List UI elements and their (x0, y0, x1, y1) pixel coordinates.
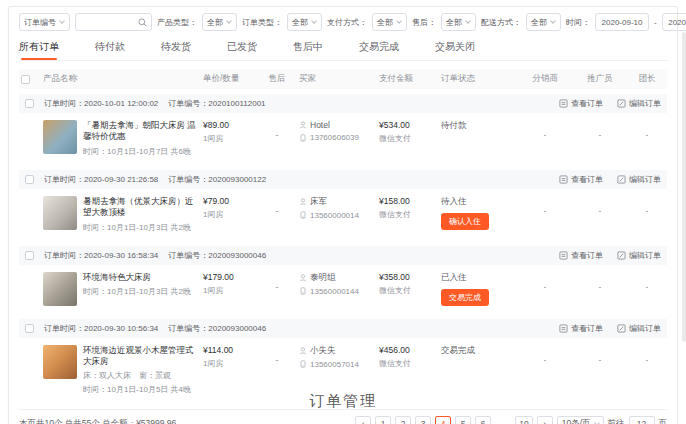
leader-cell: - (627, 345, 667, 365)
orders-panel: 订单编号 产品类型： 全部 订单类型： 全部 支付方式： (8, 6, 678, 424)
pay-method-select[interactable]: 全部 (372, 13, 407, 31)
aftersale-select[interactable]: 全部 (441, 13, 476, 31)
confirm-checkin-button[interactable]: 确认入住 (441, 213, 489, 230)
order-group-header: 订单时间：2020-10-01 12:00:02 订单编号：2020100112… (19, 94, 667, 113)
order-no-label: 订单编号： (168, 99, 208, 108)
page-button-1[interactable]: 1 (375, 416, 391, 424)
leader-cell: - (627, 272, 667, 292)
scrollbar[interactable] (682, 32, 686, 342)
buyer-name: 床军 (310, 196, 327, 208)
unit-price: ¥89.00 (203, 120, 255, 130)
view-order-icon (559, 251, 568, 260)
delivery-select[interactable]: 全部 (526, 13, 561, 31)
order-group: 订单时间：2020-10-01 12:00:02 订单编号：2020100112… (19, 94, 667, 165)
product-thumbnail (43, 272, 77, 306)
header-leader: 团长 (627, 73, 667, 85)
next-page-button[interactable]: › (537, 416, 553, 424)
page-button-3[interactable]: 3 (415, 416, 431, 424)
chevron-down-icon (226, 18, 232, 24)
page-button-5[interactable]: 5 (455, 416, 471, 424)
product-thumbnail (43, 196, 77, 230)
ellipsis: … (495, 416, 511, 424)
edit-order-button[interactable]: 编辑订单 (617, 174, 661, 185)
view-order-button[interactable]: 查看订单 (559, 323, 603, 334)
goto-page-input[interactable] (629, 416, 655, 424)
search-type-value: 订单编号 (24, 17, 56, 28)
page-button-10[interactable]: 10 (515, 416, 532, 424)
select-all-checkbox[interactable] (21, 75, 30, 84)
edit-order-icon (617, 251, 626, 260)
prev-page-button[interactable]: ‹ (355, 416, 371, 424)
view-order-icon (559, 324, 568, 333)
order-no: 2020093000122 (208, 175, 266, 184)
leader-cell: - (627, 120, 667, 140)
edit-order-icon (617, 324, 626, 333)
page-button-6[interactable]: 6 (475, 416, 491, 424)
row-checkbox[interactable] (25, 324, 34, 333)
edit-order-button[interactable]: 编辑订单 (617, 250, 661, 261)
page-size-select[interactable]: 10条/页 (557, 416, 604, 424)
status-tabs: 所有订单 待付款 待发货 已发货 售后中 交易完成 交易关闭 (19, 37, 667, 61)
header-price-qty: 单价/数量 (201, 73, 257, 85)
chevron-down-icon (594, 420, 600, 424)
date-from-input[interactable]: 2020-09-10 (595, 13, 649, 31)
unit-price: ¥114.00 (203, 345, 255, 355)
header-aftersale: 售后 (257, 73, 297, 85)
order-status: 待入住 (441, 196, 515, 208)
order-time: 2020-09-30 16:58:34 (84, 251, 158, 260)
search-input[interactable] (80, 18, 138, 27)
page-size-value: 10条/页 (562, 418, 591, 424)
view-order-button[interactable]: 查看订单 (559, 98, 603, 109)
header-status: 订单状态 (439, 73, 517, 85)
tab-aftersale[interactable]: 售后中 (293, 40, 323, 60)
view-order-label: 查看订单 (571, 174, 603, 185)
page-button-2[interactable]: 2 (395, 416, 411, 424)
filter-label-order-type: 订单类型： (242, 17, 282, 28)
pagination: ‹ 1 2 3 4 5 6 … 10 › 10条/页 前往 页 (355, 416, 667, 424)
pay-method-value: 全部 (377, 17, 393, 28)
tab-all-orders[interactable]: 所有订单 (19, 40, 59, 60)
date-to-input[interactable]: 2020-09-25 (662, 13, 686, 31)
table-footer: 本页共10个 总共55个 总金额：¥53999.96 ‹ 1 2 3 4 5 6… (19, 409, 667, 424)
edit-order-icon (617, 175, 626, 184)
distributor-cell: - (517, 196, 573, 216)
page-button-4-active[interactable]: 4 (435, 416, 451, 424)
goto-label: 前往 (608, 418, 625, 424)
tab-completed[interactable]: 交易完成 (359, 40, 399, 60)
view-order-label: 查看订单 (571, 98, 603, 109)
chevron-down-icon (465, 18, 471, 24)
edit-order-button[interactable]: 编辑订单 (617, 323, 661, 334)
row-checkbox[interactable] (25, 175, 34, 184)
buyer-name: Hotel (310, 120, 330, 130)
product-date-range: 时间：10月1日-10月3日 共2晚 (83, 222, 199, 233)
quantity: 1间房 (203, 358, 255, 369)
tab-closed[interactable]: 交易关闭 (435, 40, 475, 60)
tab-pending-payment[interactable]: 待付款 (95, 40, 125, 60)
filter-label-product-type: 产品类型： (157, 17, 197, 28)
row-checkbox[interactable] (25, 99, 34, 108)
view-order-label: 查看订单 (571, 323, 603, 334)
pay-method: 微信支付 (379, 133, 437, 144)
view-order-button[interactable]: 查看订单 (559, 250, 603, 261)
search-type-select[interactable]: 订单编号 (19, 13, 70, 31)
order-group-header: 订单时间：2020-09-30 16:58:34 订单编号：2020093000… (19, 246, 667, 265)
product-thumbnail (43, 345, 77, 379)
order-type-select[interactable]: 全部 (287, 13, 322, 31)
order-no-label: 订单编号： (168, 324, 208, 333)
pay-amount: ¥158.00 (379, 196, 437, 206)
order-time-label: 订单时间： (44, 175, 84, 184)
search-icon[interactable] (138, 18, 147, 27)
header-distributor: 分销商 (517, 73, 573, 85)
tab-pending-shipment[interactable]: 待发货 (161, 40, 191, 60)
pay-method: 微信支付 (379, 285, 437, 296)
product-type-select[interactable]: 全部 (202, 13, 237, 31)
view-order-button[interactable]: 查看订单 (559, 174, 603, 185)
filter-label-time: 时间： (566, 17, 590, 28)
complete-trade-button[interactable]: 交易完成 (441, 289, 489, 306)
delivery-value: 全部 (531, 17, 547, 28)
edit-order-button[interactable]: 编辑订单 (617, 98, 661, 109)
summary-text: 本页共10个 总共55个 总金额：¥53999.96 (19, 418, 176, 424)
chevron-down-icon (550, 18, 556, 24)
tab-shipped[interactable]: 已发货 (227, 40, 257, 60)
row-checkbox[interactable] (25, 251, 34, 260)
